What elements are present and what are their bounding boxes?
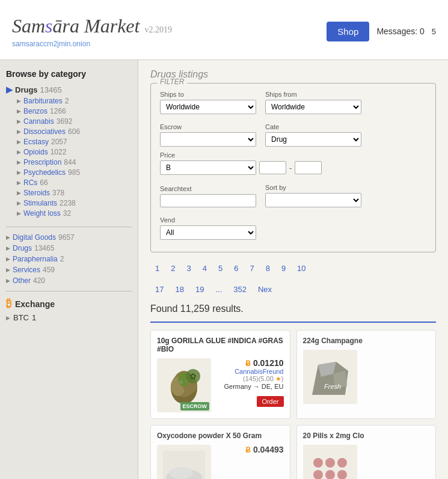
svg-text:Fresh: Fresh (324, 383, 341, 390)
btc-symbol-1: Ƀ (245, 359, 251, 368)
category-select[interactable]: Drug (265, 132, 361, 147)
page-link-4[interactable]: 4 (198, 261, 212, 275)
escrow-field: Escrow (160, 123, 256, 147)
price-currency-select[interactable]: B (160, 160, 256, 175)
price-min-input[interactable] (259, 161, 286, 174)
price-value-3: 0.04493 (253, 445, 284, 454)
sidebar-item-opioids[interactable]: ▶ Opioids 1022 (17, 148, 132, 156)
page-link-8[interactable]: 8 (261, 261, 275, 275)
sidebar-item-steroids[interactable]: ▶ Steroids 378 (17, 189, 132, 197)
searchtext-input[interactable] (160, 194, 256, 207)
sidebar-item-prescription[interactable]: ▶ Prescription 844 (17, 158, 132, 166)
listing-card-1: 10g GORILLA GLUE #INDICA #GRAS #BIO (150, 330, 290, 419)
page-link-17[interactable]: 17 (150, 282, 168, 296)
sidebar-item-rcs[interactable]: ▶ RCs 66 (17, 178, 132, 187)
sidebar: Browse by category ▶ Drugs 13465 ▶ Barbi… (0, 60, 138, 479)
sidebar-secondary: ▶ Digital Goods 9657 ▶ Drugs 13465 ▶ Par… (6, 233, 132, 285)
sidebar-item-ecstasy[interactable]: ▶ Ecstasy 2057 (17, 138, 132, 146)
svg-point-18 (325, 458, 335, 468)
exchange-section: ₿ Exchange ▶ BTC 1 (6, 297, 132, 322)
listing-title-2: 224g Champagne (303, 337, 430, 345)
page-link-10[interactable]: 10 (292, 261, 310, 275)
vendor-select[interactable]: All (160, 225, 256, 240)
results-found: Found 11,259 results. (150, 304, 436, 314)
ships-to-field: Ships to Worldwide (160, 91, 256, 114)
sub-label: RCs (23, 178, 37, 187)
listing-card-4: 20 Pills x 2mg Clo (296, 425, 437, 479)
listing-price-1: Ƀ 0.01210 (216, 358, 284, 368)
sub-label: Psychedelics (23, 168, 66, 177)
page-link-5[interactable]: 5 (213, 261, 227, 275)
sec-label: Drugs (13, 244, 32, 252)
exchange-tri: ▶ (6, 315, 10, 321)
page-link-2[interactable]: 2 (166, 261, 180, 275)
pagination-row-1: 1 2 3 4 5 6 7 8 9 10 (150, 261, 436, 275)
sub-label: Barbiturates (23, 97, 63, 105)
sub-label: Opioids (23, 148, 48, 156)
sidebar-item-weight-loss[interactable]: ▶ Weight loss 32 (17, 209, 132, 218)
page-link-6[interactable]: 6 (229, 261, 243, 275)
page-link-19[interactable]: 19 (191, 282, 209, 296)
sub-label: Steroids (23, 189, 50, 197)
sub-label: Stimulants (23, 199, 57, 207)
exchange-value: 1 (32, 313, 36, 322)
drugs-label: Drugs (15, 85, 38, 94)
page-link-18[interactable]: 18 (170, 282, 188, 296)
sec-label: Other (13, 276, 31, 285)
sidebar-item-drugs-sec[interactable]: ▶ Drugs 13465 (6, 244, 132, 252)
sidebar-main-category-section: ▶ Drugs 13465 ▶ Barbiturates 2 ▶ Benzos … (6, 85, 132, 218)
listings-grid: 10g GORILLA GLUE #INDICA #GRAS #BIO (150, 330, 436, 479)
listing-image-2: Fresh (303, 350, 357, 404)
order-button-1[interactable]: Order (257, 396, 283, 407)
sidebar-item-services[interactable]: ▶ Services 459 (6, 266, 132, 274)
bullet-icon: ▶ (6, 85, 13, 94)
listing-image-4 (303, 445, 357, 479)
extra-label: 5 (432, 27, 436, 36)
sub-label: Cannabis (23, 117, 54, 126)
listing-title-4: 20 Pills x 2mg Clo (303, 432, 430, 440)
sidebar-item-psychedelics[interactable]: ▶ Psychedelics 985 (17, 168, 132, 177)
svg-point-15 (169, 467, 193, 479)
listing-body-3: Ƀ 0.04493 (157, 445, 284, 479)
ships-from-select[interactable]: Worldwide (265, 100, 361, 114)
page-link-1[interactable]: 1 (150, 261, 164, 275)
ships-to-select[interactable]: Worldwide (160, 100, 256, 114)
page-link-352[interactable]: 352 (229, 282, 251, 296)
logo-version: v2.2019 (144, 25, 172, 34)
sidebar-item-benzos[interactable]: ▶ Benzos 1266 (17, 107, 132, 115)
svg-point-17 (313, 458, 323, 468)
listing-title-3: Oxycodone powder X 50 Gram (157, 432, 284, 440)
sidebar-item-drugs[interactable]: ▶ Drugs 13465 (6, 85, 132, 94)
listing-seller-1[interactable]: CannabisFreund (216, 368, 284, 375)
ships-to-label: Ships to (160, 91, 256, 98)
sub-label: Ecstasy (23, 138, 49, 146)
listing-body-4 (303, 445, 430, 479)
sidebar-item-other[interactable]: ▶ Other 420 (6, 276, 132, 285)
listing-card-3: Oxycodone powder X 50 Gram Ƀ 0.04493 (150, 425, 290, 479)
category-field: Cate Drug (265, 123, 361, 147)
page-link-3[interactable]: 3 (182, 261, 195, 275)
top-right: Shop Messages: 0 5 (327, 22, 436, 41)
sub-label: Prescription (23, 158, 61, 166)
listing-info-2 (362, 350, 430, 353)
sub-label: Dissociatives (23, 127, 66, 136)
logo-area: Samsāra Market v2.2019 samsaraccrn2jmin.… (12, 15, 172, 48)
sidebar-item-stimulants[interactable]: ▶ Stimulants 2238 (17, 199, 132, 207)
sidebar-item-dissociatives[interactable]: ▶ Dissociatives 606 (17, 127, 132, 136)
page-link-9[interactable]: 9 (277, 261, 290, 275)
page-link-next[interactable]: Nex (253, 282, 277, 296)
page-link-7[interactable]: 7 (245, 261, 259, 275)
sidebar-item-digital-goods[interactable]: ▶ Digital Goods 9657 (6, 233, 132, 242)
sidebar-item-barbiturates[interactable]: ▶ Barbiturates 2 (17, 97, 132, 105)
escrow-select[interactable] (160, 132, 256, 147)
sec-label: Services (13, 266, 40, 274)
page-title: Drugs listings (150, 69, 436, 80)
sort-by-select[interactable] (265, 193, 361, 207)
shop-button[interactable]: Shop (327, 22, 369, 41)
filter-row-2: Price B - Searchtext Sort by (160, 151, 426, 240)
price-max-input[interactable] (295, 161, 322, 174)
sidebar-item-cannabis[interactable]: ▶ Cannabis 3692 (17, 117, 132, 126)
sidebar-item-paraphernalia[interactable]: ▶ Paraphernalia 2 (6, 255, 132, 263)
top-bar: Samsāra Market v2.2019 samsaraccrn2jmin.… (0, 0, 448, 60)
listing-image-1: ✿ ESCROW (157, 358, 211, 412)
